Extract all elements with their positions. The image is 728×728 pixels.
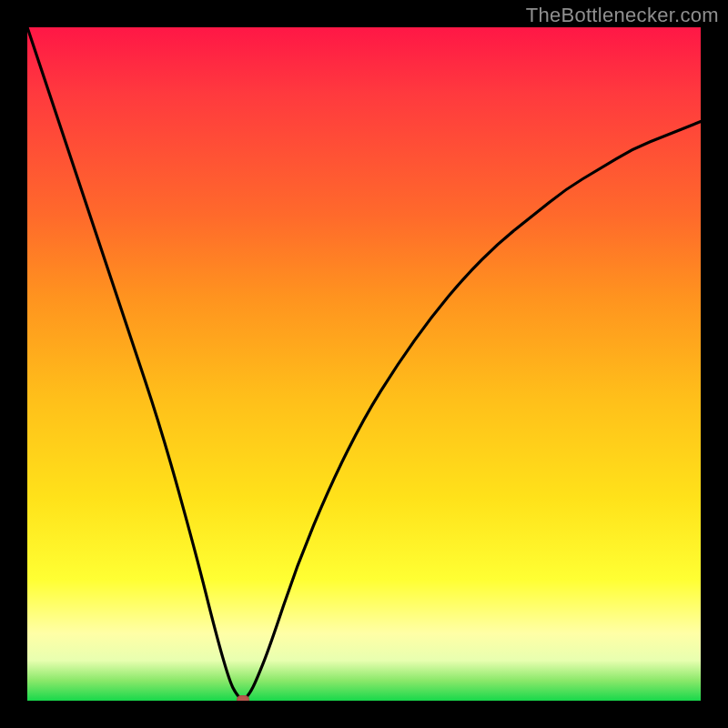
chart-frame: TheBottlenecker.com: [0, 0, 728, 728]
optimal-point-marker: [237, 695, 249, 701]
gradient-background: [27, 27, 701, 701]
plot-area: [27, 27, 701, 701]
watermark-text: TheBottlenecker.com: [526, 4, 719, 27]
